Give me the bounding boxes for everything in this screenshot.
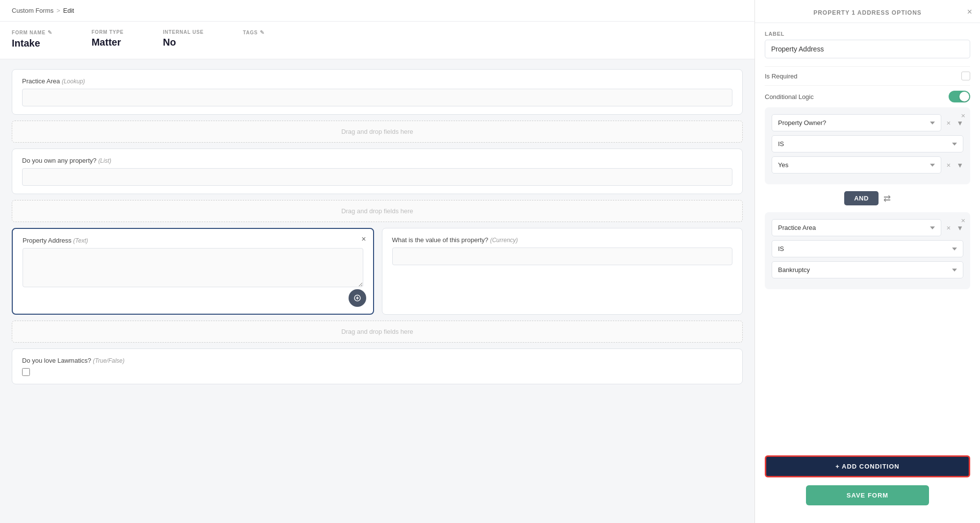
condition-1-field-select[interactable]: Property Owner? xyxy=(772,114,941,131)
save-form-btn[interactable]: SAVE FORM xyxy=(806,485,929,505)
tags-edit-icon[interactable]: ✎ xyxy=(260,29,265,36)
internal-use-label: INTERNAL USE xyxy=(163,29,203,35)
left-panel: Custom Forms > Edit FORM NAME ✎ Intake F… xyxy=(0,0,754,523)
practice-area-label: Practice Area (Lookup) xyxy=(22,77,732,85)
panel-title: PROPERTY 1 ADDRESS OPTIONS xyxy=(813,9,922,16)
love-lawmatics-checkbox[interactable] xyxy=(22,368,30,376)
drop-zone-1[interactable]: Drag and drop fields here xyxy=(12,121,743,143)
field-actions-btn[interactable] xyxy=(349,289,366,307)
and-btn[interactable]: AND xyxy=(844,191,879,205)
love-lawmatics-label: Do you love Lawmatics? (True/False) xyxy=(22,357,732,364)
condition-1-field-clear-btn[interactable]: × xyxy=(944,117,953,129)
meta-internal-use: INTERNAL USE No xyxy=(163,29,203,48)
panel-label-input[interactable] xyxy=(765,40,970,58)
property-ownership-field: Do you own any property? (List) xyxy=(12,149,743,194)
property-address-field: × Property Address (Text) xyxy=(12,228,374,315)
breadcrumb-current: Edit xyxy=(63,7,74,14)
panel-label-heading: LABEL xyxy=(765,31,970,37)
add-condition-btn[interactable]: + ADD CONDITION xyxy=(765,455,970,477)
property-address-close-btn[interactable]: × xyxy=(361,235,366,244)
conditional-logic-label: Conditional Logic xyxy=(765,93,814,100)
meta-form-name: FORM NAME ✎ Intake xyxy=(12,29,52,49)
drop-zone-3[interactable]: Drag and drop fields here xyxy=(12,321,743,343)
breadcrumb: Custom Forms > Edit xyxy=(12,7,743,14)
panel-header: PROPERTY 1 ADDRESS OPTIONS × xyxy=(755,0,980,23)
condition-2-value-select[interactable]: Bankruptcy xyxy=(772,261,963,278)
condition-1-value-select[interactable]: Yes No xyxy=(772,156,941,174)
breadcrumb-separator: > xyxy=(56,7,60,14)
form-name-label: FORM NAME ✎ xyxy=(12,29,52,36)
selected-field-row: × Property Address (Text) What i xyxy=(12,228,743,321)
form-name-value: Intake xyxy=(12,38,52,49)
panel-body: LABEL Is Required Conditional Logic × Pr… xyxy=(755,23,980,451)
property-address-input[interactable] xyxy=(23,248,363,287)
love-lawmatics-field: Do you love Lawmatics? (True/False) xyxy=(12,349,743,384)
meta-tags: TAGS ✎ xyxy=(243,29,265,38)
property-address-label: Property Address (Text) xyxy=(23,237,363,244)
condition-block-2: × Practice Area × ▼ IS IS NOT Bankruptcy xyxy=(765,212,970,289)
is-required-checkbox[interactable] xyxy=(961,72,970,80)
condition-1-operator-select[interactable]: IS IS NOT xyxy=(772,135,963,152)
is-required-label: Is Required xyxy=(765,73,797,80)
property-ownership-label: Do you own any property? (List) xyxy=(22,157,732,164)
condition-2-operator-select[interactable]: IS IS NOT xyxy=(772,240,963,257)
practice-area-input[interactable] xyxy=(22,89,732,106)
breadcrumb-parent[interactable]: Custom Forms xyxy=(12,7,53,14)
meta-form-type: FORM TYPE Matter xyxy=(92,29,124,48)
condition-2-field-clear-btn[interactable]: × xyxy=(944,222,953,234)
condition-1-close-btn[interactable]: × xyxy=(961,111,965,120)
practice-area-field: Practice Area (Lookup) xyxy=(12,69,743,115)
breadcrumb-bar: Custom Forms > Edit xyxy=(0,0,754,22)
form-body: Practice Area (Lookup) Drag and drop fie… xyxy=(0,59,754,523)
form-type-value: Matter xyxy=(92,37,124,48)
property-value-field: What is the value of this property? (Cur… xyxy=(382,228,743,315)
conditional-logic-toggle[interactable] xyxy=(949,91,970,102)
condition-2-field-row: Practice Area × ▼ xyxy=(772,219,963,236)
condition-1-value-clear-btn[interactable]: × xyxy=(944,159,953,171)
is-required-row: Is Required xyxy=(765,66,970,85)
internal-use-value: No xyxy=(163,37,203,48)
property-ownership-input[interactable] xyxy=(22,168,732,186)
property-value-input[interactable] xyxy=(392,248,733,265)
property-value-label: What is the value of this property? (Cur… xyxy=(392,236,733,244)
condition-2-field-select[interactable]: Practice Area xyxy=(772,219,941,236)
form-meta: FORM NAME ✎ Intake FORM TYPE Matter INTE… xyxy=(0,22,754,59)
condition-2-close-btn[interactable]: × xyxy=(961,216,965,224)
drop-zone-2[interactable]: Drag and drop fields here xyxy=(12,200,743,222)
condition-1-field-row: Property Owner? × ▼ xyxy=(772,114,963,131)
form-type-label: FORM TYPE xyxy=(92,29,124,35)
condition-block-1: × Property Owner? × ▼ IS IS NOT Yes No xyxy=(765,107,970,184)
love-lawmatics-checkbox-wrapper xyxy=(22,368,732,376)
right-panel: PROPERTY 1 ADDRESS OPTIONS × LABEL Is Re… xyxy=(754,0,980,523)
form-name-edit-icon[interactable]: ✎ xyxy=(48,29,52,36)
swap-icon[interactable]: ⇄ xyxy=(883,193,891,204)
condition-1-value-row: Yes No × ▼ xyxy=(772,156,963,174)
conditional-logic-toggle-wrapper xyxy=(949,91,970,102)
panel-footer: + ADD CONDITION SAVE FORM xyxy=(755,451,980,523)
panel-label-group: LABEL xyxy=(765,31,970,58)
panel-close-btn[interactable]: × xyxy=(967,7,972,17)
and-or-row: AND ⇄ xyxy=(765,191,970,205)
conditional-logic-row: Conditional Logic xyxy=(765,85,970,107)
tags-label: TAGS ✎ xyxy=(243,29,265,36)
